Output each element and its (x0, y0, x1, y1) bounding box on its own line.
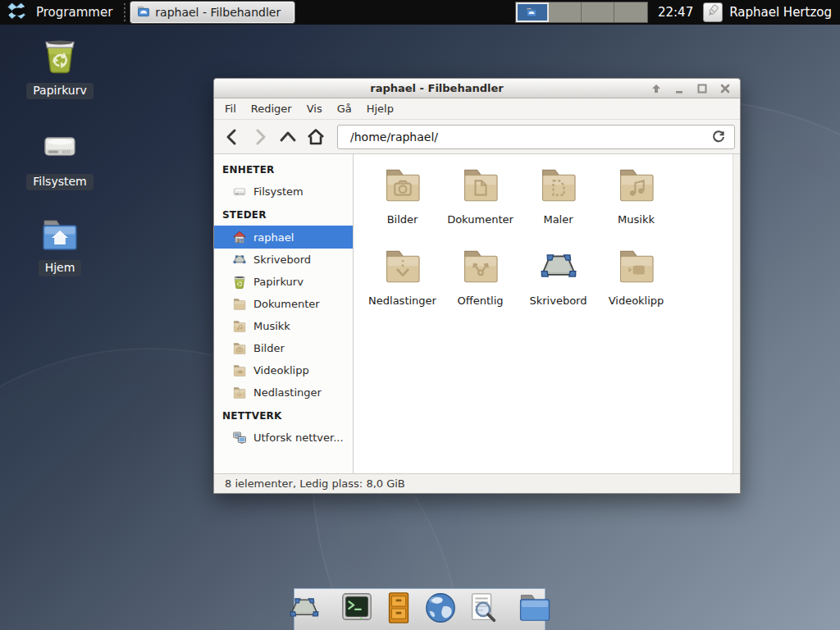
home-button[interactable] (303, 125, 329, 149)
minimize-button[interactable] (673, 82, 686, 95)
sidebar: ENHETERFilsystemSTEDERraphaelSkrivebordP… (214, 154, 354, 473)
file-item-dokumenter[interactable]: Dokumenter (441, 162, 519, 244)
toolbar: /home/raphael/ (214, 120, 740, 154)
dock-file-cabinet-button[interactable] (381, 592, 416, 627)
maximize-button[interactable] (696, 82, 709, 95)
panel-handle[interactable] (121, 3, 128, 21)
taskbar-window-button[interactable]: raphael - Filbehandler (130, 2, 294, 23)
folder-download-icon (232, 386, 247, 399)
clock: 22:47 (655, 5, 696, 20)
dock-web-browser-button[interactable] (423, 592, 458, 627)
status-text: 8 ielementer, Ledig plass: 8,0 GiB (225, 477, 405, 490)
dock-show-desktop-button[interactable] (287, 592, 322, 627)
sidebar-item-utforsk-nettver-[interactable]: Utforsk nettver... (214, 427, 353, 449)
statusbar: 8 ielementer, Ledig plass: 8,0 GiB (214, 473, 740, 493)
desktop-icon-papirkurv[interactable]: Papirkurv (15, 36, 105, 99)
file-item-maler[interactable]: Maler (519, 162, 597, 244)
desktop-icon-label: Papirkurv (26, 83, 94, 99)
menu-hjelp[interactable]: Hjelp (359, 100, 401, 117)
workspace-3[interactable] (582, 2, 614, 22)
dock-file-manager-button[interactable] (518, 592, 552, 627)
search-icon (465, 591, 500, 628)
user-name: Raphael Hertzog (729, 5, 835, 20)
close-button[interactable] (719, 82, 732, 95)
file-item-label: Musikk (618, 213, 655, 226)
files-grid: BilderDokumenterMalerMusikkNedlastingerO… (354, 154, 733, 473)
desktop-icons: PapirkurvFilsystemHjem (15, 36, 105, 304)
sidebar-item-skrivebord[interactable]: Skrivebord (214, 249, 353, 271)
web-browser-icon (423, 591, 458, 628)
sidebar-item-videoklipp[interactable]: Videoklipp (214, 359, 353, 381)
taskbar-window-label: raphael - Filbehandler (155, 6, 281, 19)
folder-image-icon (381, 162, 424, 208)
menu-vis[interactable]: Vis (299, 100, 330, 117)
trash-icon (40, 36, 80, 79)
sidebar-item-label: Bilder (253, 342, 285, 354)
menu-fil[interactable]: Fil (217, 100, 244, 117)
sidebar-header-nettverk: NETTVERK (214, 404, 353, 427)
bottom-dock (294, 588, 546, 630)
file-item-label: Bilder (387, 213, 418, 226)
sidebar-item-label: Nedlastinger (253, 386, 322, 399)
sidebar-header-steder: STEDER (214, 203, 353, 226)
applications-menu-label: Programmer (36, 5, 112, 20)
workspace-1[interactable] (516, 2, 549, 22)
desktop-icon (232, 254, 247, 265)
sidebar-item-nedlastinger[interactable]: Nedlastinger (214, 381, 353, 404)
shade-button[interactable] (650, 82, 663, 95)
dock-search-button[interactable] (465, 592, 500, 627)
house-icon (232, 230, 247, 244)
xfce-mouse-icon (7, 2, 31, 24)
workspace-4[interactable] (614, 2, 647, 22)
dock-terminal-button[interactable] (340, 592, 374, 627)
menu-gå[interactable]: Gå (330, 100, 359, 117)
drive-icon (40, 127, 80, 170)
sidebar-item-bilder[interactable]: Bilder (214, 337, 353, 359)
file-item-bilder[interactable]: Bilder (363, 162, 441, 244)
sidebar-item-label: Musikk (253, 320, 290, 332)
refresh-icon[interactable] (710, 128, 728, 146)
desktop-icon-filsystem[interactable]: Filsystem (15, 127, 105, 190)
sidebar-item-dokumenter[interactable]: Dokumenter (214, 293, 353, 315)
sidebar-item-filsystem[interactable]: Filsystem (214, 180, 353, 203)
file-item-label: Nedlastinger (368, 294, 436, 307)
back-button[interactable] (219, 125, 245, 149)
desktop-icon-hjem[interactable]: Hjem (15, 218, 105, 276)
path-value: /home/raphael/ (350, 130, 704, 144)
user-action-button[interactable] (703, 2, 723, 22)
path-bar[interactable]: /home/raphael/ (337, 125, 735, 149)
sidebar-item-papirkurv[interactable]: Papirkurv (214, 271, 353, 293)
file-item-musikk[interactable]: Musikk (597, 162, 675, 244)
top-panel: Programmer raphael - Filbehandler 22:47 … (0, 0, 840, 25)
menubar: FilRedigerVisGåHjelp (214, 98, 740, 120)
show-desktop-icon (287, 596, 322, 623)
scrollbar[interactable] (733, 154, 740, 473)
sidebar-item-label: Papirkurv (253, 276, 304, 288)
menu-rediger[interactable]: Rediger (244, 100, 299, 117)
file-item-nedlastinger[interactable]: Nedlastinger (363, 244, 441, 325)
sidebar-item-raphael[interactable]: raphael (214, 226, 353, 249)
file-view[interactable]: BilderDokumenterMalerMusikkNedlastingerO… (354, 154, 740, 473)
sidebar-item-musikk[interactable]: Musikk (214, 315, 353, 337)
sidebar-item-label: raphael (253, 231, 294, 244)
folder-music-icon (615, 162, 658, 208)
sidebar-item-label: Dokumenter (253, 298, 320, 310)
file-item-skrivebord[interactable]: Skrivebord (519, 244, 597, 325)
file-item-offentlig[interactable]: Offentlig (441, 244, 519, 325)
folder-window-icon (137, 5, 150, 21)
up-button[interactable] (275, 125, 301, 149)
folder-download-icon (381, 244, 424, 290)
drive-icon (232, 185, 247, 199)
stylus-icon (705, 3, 720, 21)
home-folder-icon (40, 218, 80, 256)
terminal-icon (340, 591, 374, 628)
titlebar[interactable]: raphael - Filbehandler (214, 79, 740, 98)
file-manager-window: raphael - Filbehandler FilRedigerVisGåHj… (213, 78, 741, 494)
applications-menu-button[interactable]: Programmer (0, 0, 119, 25)
folder-image-icon (232, 342, 247, 355)
folder-tan-icon (232, 298, 247, 311)
workspace-2[interactable] (549, 2, 582, 22)
forward-button[interactable] (247, 125, 273, 149)
file-item-videoklipp[interactable]: Videoklipp (597, 244, 675, 325)
workspace-switcher (515, 2, 648, 23)
